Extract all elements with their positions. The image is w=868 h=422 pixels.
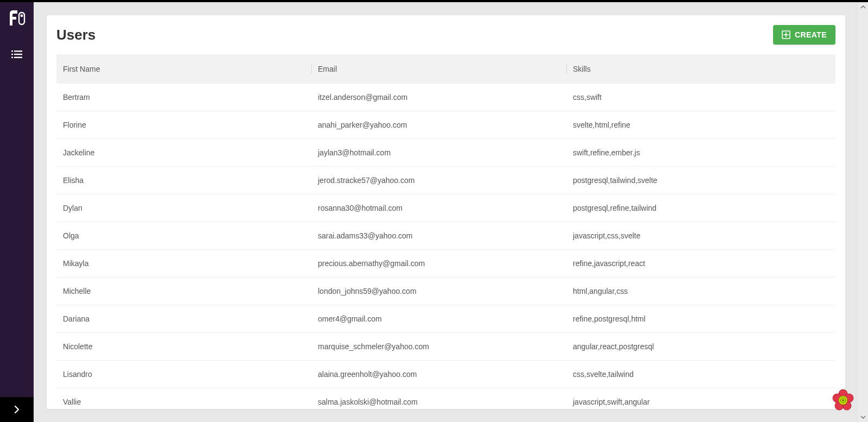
create-button-label: CREATE [795, 30, 827, 39]
table-header-first-name[interactable]: First Name [56, 65, 311, 73]
svg-rect-0 [19, 12, 24, 24]
cell-email: anahi_parker@yahoo.com [311, 121, 566, 129]
cell-skills: refine,postgresql,html [566, 314, 835, 323]
table-row[interactable]: Elishajerod.stracke57@yahoo.compostgresq… [56, 167, 835, 194]
users-table: First Name Email Skills Bertramitzel.and… [56, 54, 835, 409]
cell-first-name: Mikayla [56, 259, 311, 268]
cell-first-name: Jackeline [56, 148, 311, 157]
flower-icon [831, 388, 855, 412]
cell-first-name: Michelle [56, 287, 311, 295]
svg-rect-3 [14, 51, 22, 52]
table-body: Bertramitzel.anderson@gmail.comcss,swift… [56, 84, 835, 409]
cell-skills: postgresql,refine,tailwind [566, 204, 835, 212]
page-title: Users [56, 27, 95, 43]
cell-email: jerod.stracke57@yahoo.com [311, 176, 566, 185]
sidebar-collapse-toggle[interactable] [0, 397, 34, 422]
app-logo[interactable] [6, 8, 28, 29]
cell-first-name: Dylan [56, 204, 311, 212]
cell-email: london_johns59@yahoo.com [311, 287, 566, 295]
users-card: Users CREATE First Name Email Skills [47, 15, 845, 409]
cell-first-name: Dariana [56, 314, 311, 323]
table-row[interactable]: Olgasarai.adams33@yahoo.comjavascript,cs… [56, 222, 835, 250]
cell-first-name: Lisandro [56, 370, 311, 379]
cell-email: alaina.greenholt@yahoo.com [311, 370, 566, 379]
cell-first-name: Elisha [56, 176, 311, 185]
cell-first-name: Florine [56, 121, 311, 129]
cell-first-name: Nicolette [56, 342, 311, 351]
svg-point-1 [21, 15, 23, 17]
cell-skills: javascript,css,svelte [566, 231, 835, 240]
table-row[interactable]: Darianaomer4@gmail.comrefine,postgresql,… [56, 305, 835, 333]
table-row[interactable]: Michellelondon_johns59@yahoo.comhtml,ang… [56, 278, 835, 305]
content-scroll-area: Users CREATE First Name Email Skills [34, 2, 858, 422]
list-icon [11, 51, 22, 58]
chevron-up-icon [860, 4, 866, 10]
cell-email: jaylan3@hotmail.com [311, 148, 566, 157]
cell-email: itzel.anderson@gmail.com [311, 93, 566, 102]
scroll-down-button[interactable] [858, 412, 868, 422]
cell-skills: swift,refine,ember.js [566, 148, 835, 157]
main-content: Users CREATE First Name Email Skills [34, 2, 868, 422]
create-button[interactable]: CREATE [773, 25, 835, 45]
cell-skills: refine,javascript,react [566, 259, 835, 268]
cell-skills: svelte,html,refine [566, 121, 835, 129]
table-row[interactable]: Dylanrosanna30@hotmail.compostgresql,ref… [56, 194, 835, 222]
cell-email: rosanna30@hotmail.com [311, 204, 566, 212]
cell-skills: css,svelte,tailwind [566, 370, 835, 379]
cell-skills: postgresql,tailwind,svelte [566, 176, 835, 185]
svg-rect-7 [14, 57, 22, 58]
table-row[interactable]: Nicolettemarquise_schmeler@yahoo.comangu… [56, 333, 835, 361]
card-header: Users CREATE [56, 25, 835, 54]
chevron-down-icon [860, 414, 866, 420]
cell-skills: angular,react,postgresql [566, 342, 835, 351]
svg-rect-5 [14, 54, 22, 55]
cell-skills: html,angular,css [566, 287, 835, 295]
cell-first-name: Bertram [56, 93, 311, 102]
table-row[interactable]: Jackelinejaylan3@hotmail.comswift,refine… [56, 139, 835, 167]
sidebar [0, 2, 34, 422]
table-row[interactable]: Mikaylaprecious.abernathy@gmail.comrefin… [56, 250, 835, 278]
cell-email: sarai.adams33@yahoo.com [311, 231, 566, 240]
app-frame: Users CREATE First Name Email Skills [0, 2, 868, 422]
cell-email: salma.jaskolski@hotmail.com [311, 398, 566, 406]
devtools-badge[interactable] [831, 388, 855, 412]
table-header-row: First Name Email Skills [56, 54, 835, 84]
table-row[interactable]: Lisandroalaina.greenholt@yahoo.comcss,sv… [56, 361, 835, 388]
table-row[interactable]: Bertramitzel.anderson@gmail.comcss,swift [56, 84, 835, 111]
chevron-right-icon [13, 406, 21, 413]
cell-email: precious.abernathy@gmail.com [311, 259, 566, 268]
cell-email: omer4@gmail.com [311, 314, 566, 323]
table-header-skills[interactable]: Skills [566, 65, 835, 73]
cell-email: marquise_schmeler@yahoo.com [311, 342, 566, 351]
svg-rect-2 [11, 51, 13, 52]
sidebar-item-users[interactable] [7, 45, 27, 64]
svg-rect-6 [11, 57, 13, 58]
vertical-scrollbar[interactable] [858, 2, 868, 422]
cell-skills: css,swift [566, 93, 835, 102]
table-row[interactable]: Florineanahi_parker@yahoo.comsvelte,html… [56, 111, 835, 139]
cell-first-name: Olga [56, 231, 311, 240]
logo-icon [8, 9, 26, 28]
plus-box-icon [782, 30, 790, 39]
cell-skills: javascript,swift,angular [566, 398, 835, 406]
table-row[interactable]: Valliesalma.jaskolski@hotmail.comjavascr… [56, 388, 835, 409]
cell-first-name: Vallie [56, 398, 311, 406]
svg-rect-4 [11, 54, 13, 55]
svg-point-16 [842, 399, 844, 401]
table-header-email[interactable]: Email [311, 65, 566, 73]
scroll-up-button[interactable] [858, 2, 868, 12]
